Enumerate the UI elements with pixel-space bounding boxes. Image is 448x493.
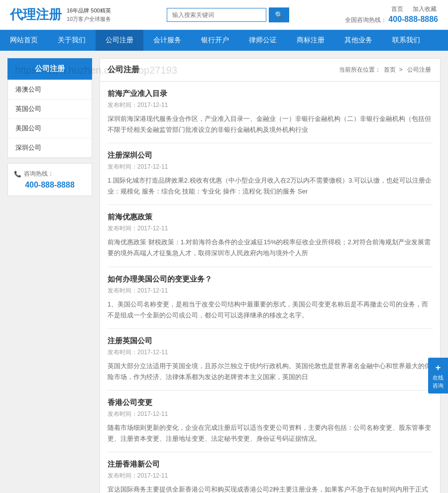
nav-item-银行开户[interactable]: 银行开户 [191, 30, 239, 51]
article-summary: 随着市场细则更新的变化，企业在完成注册后可以适当变更公司资料，主要内容包括：公司… [108, 422, 433, 444]
article-title[interactable]: 如何办理美国公司的变更业务？ [108, 275, 433, 284]
article-item: 如何办理美国公司的变更业务？ 发布时间：2017-12-11 1、美国公司名称变… [108, 267, 433, 329]
article-item: 前海优惠政策 发布时间：2017-12-11 前海优惠政策 财税政策：1.对前海… [108, 205, 433, 267]
search-area [167, 7, 289, 22]
article-item: 香港公司变更 发布时间：2017-12-11 随着市场细则更新的变化，企业在完成… [108, 391, 433, 452]
slogan-line1: 16年品牌 500精英 [67, 6, 111, 15]
contact-area: 首页 加入收藏 全国咨询热线： 400-888-8886 [345, 5, 438, 24]
sidebar: 公司注册 港澳公司英国公司美国公司深圳公司 📞 咨询热线： 400-888-88… [7, 58, 92, 493]
article-summary: 前海优惠政策 财税政策：1.对前海符合条件的企业减征15%的税率征收企业所得税；… [108, 237, 433, 259]
nav-item-关于我们[interactable]: 关于我们 [48, 30, 96, 51]
article-date: 发布时间：2017-12-11 [108, 163, 433, 171]
slogan-line2: 10万客户全球服务 [67, 15, 111, 23]
bookmark-link[interactable]: 加入收藏 [413, 5, 437, 12]
article-title[interactable]: 注册深圳公司 [108, 151, 433, 160]
article-summary: 1.国际化城市打造品牌效果2.税收有优惠（中小型企业月收入在2万以内不需要缴税）… [108, 175, 433, 197]
article-date: 发布时间：2017-12-11 [108, 348, 433, 357]
sidebar-menu: 港澳公司英国公司美国公司深圳公司 [7, 80, 92, 158]
sidebar-contact: 📞 咨询热线： 400-888-8888 [7, 163, 92, 196]
content-title: 公司注册 [108, 65, 139, 75]
article-date: 发布时间：2017-12-11 [108, 287, 433, 295]
article-summary: 1、美国公司名称变更，是相当于改变公司结构中最重要的形式，美国公司变更名称后是不… [108, 299, 433, 321]
hotline-number: 400-888-8886 [388, 15, 438, 23]
search-button[interactable] [269, 7, 289, 22]
float-button[interactable]: +在线咨询 [428, 358, 448, 394]
article-title[interactable]: 香港公司变更 [108, 398, 433, 407]
breadcrumb-page: 公司注册 [407, 66, 431, 73]
header: 代理注册 16年品牌 500精英 10万客户全球服务 首页 加入收藏 全国咨询热… [0, 0, 448, 30]
hotline-line: 全国咨询热线： 400-888-8886 [345, 15, 438, 24]
logo-slogan: 16年品牌 500精英 10万客户全球服务 [67, 6, 111, 23]
nav-item-公司注册[interactable]: 公司注册 [96, 30, 143, 51]
sidebar-title: 公司注册 [7, 58, 92, 80]
article-date: 发布时间：2017-12-11 [108, 101, 433, 109]
sidebar-item[interactable]: 英国公司 [8, 99, 92, 119]
sidebar-phone: 400-888-8888 [14, 181, 86, 190]
sidebar-item[interactable]: 深圳公司 [8, 138, 92, 158]
nav-item-其他业务[interactable]: 其他业务 [335, 30, 382, 51]
article-item: 注册英国公司 发布时间：2017-12-11 英国大部分立法适用于英国全境，且苏… [108, 329, 433, 391]
content-area: 公司注册 当前所在位置： 首页 > 公司注册 前海产业准入目录 发布时间：201… [100, 58, 441, 493]
article-date: 发布时间：2017-12-11 [108, 410, 433, 418]
search-input[interactable] [167, 8, 266, 22]
nav-item-网站首页[interactable]: 网站首页 [0, 30, 48, 51]
logo-area: 代理注册 16年品牌 500精英 10万客户全球服务 [10, 6, 111, 23]
float-btn-plus: + [431, 362, 446, 374]
main-wrap: 公司注册 港澳公司英国公司美国公司深圳公司 📞 咨询热线： 400-888-88… [0, 51, 448, 493]
article-summary: 英国大部分立法适用于英国全境，且苏尔兰独立于统约行政机构。英国伦敦也是世界著名金… [108, 361, 433, 383]
hotline-label: 全国咨询热线： [345, 16, 387, 23]
logo-text: 代理注册 [10, 6, 62, 23]
main-nav: 网站首页关于我们公司注册会计服务银行开户律师公证商标注册其他业务联系我们 [0, 30, 448, 51]
phone-icon: 📞 [14, 171, 21, 178]
content-header: 公司注册 当前所在位置： 首页 > 公司注册 [100, 59, 440, 82]
sidebar-item[interactable]: 美国公司 [8, 119, 92, 138]
sidebar-item[interactable]: 港澳公司 [8, 80, 92, 99]
article-summary: 深圳前海深港现代服务业合作区，产业准入目录一、金融业（一）非银行金融机构（二）非… [108, 113, 433, 135]
nav-item-联系我们[interactable]: 联系我们 [382, 30, 430, 51]
nav-item-会计服务[interactable]: 会计服务 [143, 30, 191, 51]
article-title[interactable]: 注册英国公司 [108, 336, 433, 346]
contact-links: 首页 加入收藏 [345, 5, 438, 13]
article-item: 前海产业准入目录 发布时间：2017-12-11 深圳前海深港现代服务业合作区，… [108, 82, 433, 143]
nav-item-律师公证[interactable]: 律师公证 [239, 30, 287, 51]
breadcrumb: 当前所在位置： 首页 > 公司注册 [337, 66, 433, 74]
article-item: 注册深圳公司 发布时间：2017-12-11 1.国际化城市打造品牌效果2.税收… [108, 143, 433, 205]
article-date: 发布时间：2017-12-11 [108, 472, 433, 480]
float-btn-label: 在线咨询 [431, 374, 446, 390]
article-title[interactable]: 前海产业准入目录 [108, 89, 433, 99]
home-link[interactable]: 首页 [391, 5, 403, 12]
article-title[interactable]: 注册香港新公司 [108, 460, 433, 469]
article-item: 注册香港新公司 发布时间：2017-12-11 宜达国际商务主要提供全新香港公司… [108, 452, 433, 493]
sidebar-contact-label: 📞 咨询热线： [14, 170, 86, 178]
breadcrumb-home[interactable]: 首页 [384, 66, 396, 73]
article-title[interactable]: 前海优惠政策 [108, 212, 433, 222]
article-summary: 宜达国际商务主要提供全新香港公司和购买现成香港公司2种主要注册业务，如果客户不急… [108, 484, 433, 493]
article-list: 前海产业准入目录 发布时间：2017-12-11 深圳前海深港现代服务业合作区，… [100, 82, 440, 493]
nav-item-商标注册[interactable]: 商标注册 [287, 30, 335, 51]
article-date: 发布时间：2017-12-11 [108, 224, 433, 233]
